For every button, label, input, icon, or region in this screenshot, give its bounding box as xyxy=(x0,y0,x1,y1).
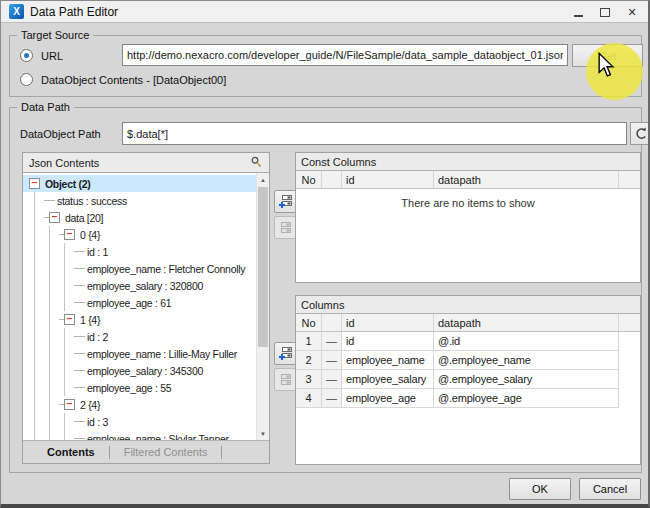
tree-node-label: data [20] xyxy=(63,212,103,224)
tree-connector-line xyxy=(74,379,85,396)
add-const-column-button[interactable] xyxy=(274,190,297,213)
tree-guide-line xyxy=(29,379,44,396)
minimize-button[interactable] xyxy=(572,6,584,18)
id-cell: employee_salary xyxy=(342,370,434,389)
tree-guide-line xyxy=(29,345,44,362)
tree-guide-line xyxy=(44,260,59,277)
columns-tbody: 1—id@.id2—employee_name@.employee_name3—… xyxy=(296,332,640,408)
tree-node-label: id : 2 xyxy=(85,331,108,343)
tree-guide-line xyxy=(59,260,74,277)
tree-node[interactable]: employee_name : Fletcher Connolly xyxy=(23,260,256,277)
tree-scrollbar[interactable]: ▲ ▼ xyxy=(256,173,269,440)
tree-node[interactable]: employee_name : Skylar Tanner xyxy=(23,430,256,440)
collapse-icon[interactable]: − xyxy=(64,399,75,410)
tree-connector-line xyxy=(74,362,85,379)
spacer-cell xyxy=(619,332,640,351)
tree-node[interactable]: −1 {4} xyxy=(23,311,256,328)
scroll-down-icon[interactable]: ▼ xyxy=(257,427,269,440)
column-header: id xyxy=(342,171,434,188)
const-columns-title: Const Columns xyxy=(296,153,640,171)
refresh-button[interactable] xyxy=(630,122,650,145)
tree-guide-line xyxy=(59,294,74,311)
titlebar[interactable]: X Data Path Editor ✕ xyxy=(1,1,648,23)
column-header xyxy=(322,171,342,188)
tree-guide-line xyxy=(59,243,74,260)
tree-node[interactable]: employee_age : 55 xyxy=(23,379,256,396)
refresh-icon xyxy=(634,127,648,141)
target-source-group: Target Source URL Get DataObject Content… xyxy=(9,35,642,97)
tree-node[interactable]: −0 {4} xyxy=(23,226,256,243)
tree-node[interactable]: −data [20] xyxy=(23,209,256,226)
tree-node-label: 1 {4} xyxy=(78,314,100,326)
columns-panel: Columns No id datapath 1—id@.id2—employe… xyxy=(295,295,641,465)
url-radio[interactable] xyxy=(20,49,33,62)
close-button[interactable]: ✕ xyxy=(626,6,638,18)
ok-button[interactable]: OK xyxy=(509,478,571,500)
table-row[interactable]: 4—employee_age@.employee_age xyxy=(296,389,640,408)
dataobject-contents-radio[interactable] xyxy=(20,73,33,86)
column-header xyxy=(619,314,640,331)
datapath-cell: @.employee_name xyxy=(434,351,619,370)
tree-node-label: 0 {4} xyxy=(78,229,100,241)
json-contents-title: Json Contents xyxy=(29,157,99,169)
tree-node[interactable]: employee_salary : 345300 xyxy=(23,362,256,379)
tab-contents[interactable]: Contents xyxy=(33,446,109,458)
tree-node[interactable]: −2 {4} xyxy=(23,396,256,413)
row-grip-cell: — xyxy=(322,370,342,389)
id-cell: employee_age xyxy=(342,389,434,408)
replace-const-column-button[interactable] xyxy=(274,216,297,239)
cancel-button[interactable]: Cancel xyxy=(579,478,641,500)
tree-guide-line xyxy=(29,396,44,413)
json-tree-rows: −Object (2)status : success−data [20]−0 … xyxy=(23,175,256,440)
maximize-button[interactable] xyxy=(599,6,611,18)
dataobject-path-input[interactable] xyxy=(122,122,627,145)
tree-node[interactable]: −Object (2) xyxy=(23,175,256,192)
tree-node[interactable]: status : success xyxy=(23,192,256,209)
tree-node[interactable]: id : 3 xyxy=(23,413,256,430)
add-column-button[interactable] xyxy=(274,342,297,365)
collapse-icon[interactable]: − xyxy=(29,178,40,189)
collapse-icon[interactable]: − xyxy=(64,314,75,325)
columns-header-row: No id datapath xyxy=(296,314,640,332)
dataobject-contents-radio-label: DataObject Contents - [DataObject00] xyxy=(41,73,226,87)
tree-node[interactable]: employee_salary : 320800 xyxy=(23,277,256,294)
tree-guide-line xyxy=(29,328,44,345)
tree-guide-line xyxy=(29,192,44,209)
json-tree[interactable]: −Object (2)status : success−data [20]−0 … xyxy=(23,173,269,440)
target-source-group-label: Target Source xyxy=(17,29,93,42)
tree-node-label: employee_name : Lillie-May Fuller xyxy=(85,348,237,360)
tab-filtered-contents[interactable]: Filtered Contents xyxy=(110,446,222,458)
window-controls: ✕ xyxy=(572,1,638,23)
tree-node-label: id : 3 xyxy=(85,416,108,428)
row-number-cell: 3 xyxy=(296,370,322,389)
tree-guide-line xyxy=(44,277,59,294)
table-row[interactable]: 3—employee_salary@.employee_salary xyxy=(296,370,640,389)
app-logo-icon: X xyxy=(9,4,24,19)
table-row[interactable]: 1—id@.id xyxy=(296,332,640,351)
tree-node[interactable]: employee_age : 61 xyxy=(23,294,256,311)
datapath-cell: @.id xyxy=(434,332,619,351)
tree-node-label: id : 1 xyxy=(85,246,108,258)
tree-node-label: employee_name : Fletcher Connolly xyxy=(85,263,245,275)
collapse-icon[interactable]: − xyxy=(64,229,75,240)
tree-node[interactable]: employee_name : Lillie-May Fuller xyxy=(23,345,256,362)
scrollbar-thumb[interactable] xyxy=(258,187,268,347)
row-grip-cell: — xyxy=(322,332,342,351)
const-columns-panel: Const Columns No id datapath There are n… xyxy=(295,152,641,283)
scrollbar-track[interactable] xyxy=(257,186,269,427)
key-icon[interactable] xyxy=(250,156,263,169)
scroll-up-icon[interactable]: ▲ xyxy=(257,173,269,186)
tree-node[interactable]: id : 2 xyxy=(23,328,256,345)
collapse-icon[interactable]: − xyxy=(49,212,60,223)
table-row[interactable]: 2—employee_name@.employee_name xyxy=(296,351,640,370)
column-header: datapath xyxy=(434,314,619,331)
column-header: datapath xyxy=(434,171,619,188)
url-input[interactable] xyxy=(122,44,568,66)
tree-node[interactable]: id : 1 xyxy=(23,243,256,260)
window-title: Data Path Editor xyxy=(30,5,118,19)
spacer-cell xyxy=(619,370,640,389)
id-cell: employee_name xyxy=(342,351,434,370)
tree-node-label: employee_age : 61 xyxy=(85,297,171,309)
replace-column-button[interactable] xyxy=(274,368,297,391)
tree-guide-line xyxy=(44,413,59,430)
